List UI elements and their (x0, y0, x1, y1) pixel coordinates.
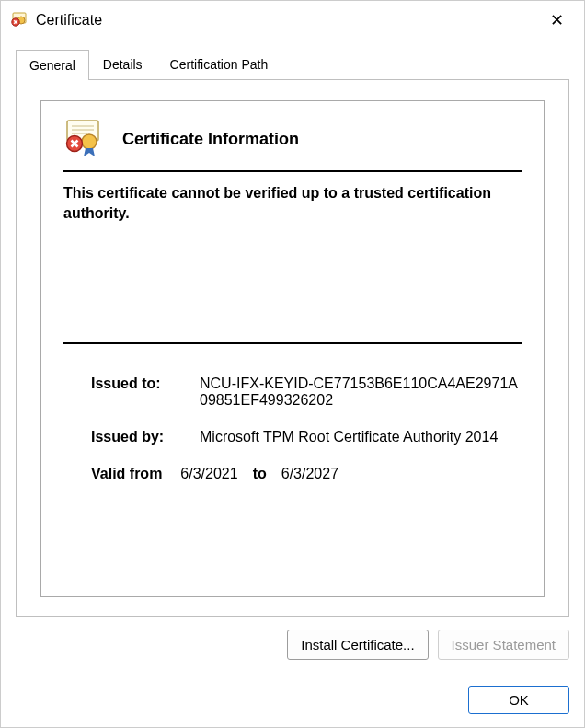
issued-to-row: Issued to: NCU-IFX-KEYID-CE77153B6E110CA… (91, 376, 522, 409)
certificate-error-icon (10, 11, 29, 29)
certificate-ribbon-icon (63, 118, 108, 161)
divider-top (63, 170, 522, 172)
divider-bottom (63, 342, 522, 344)
issuer-statement-button: Issuer Statement (438, 630, 569, 660)
certificate-warning-text: This certificate cannot be verified up t… (63, 183, 522, 223)
close-icon: ✕ (550, 10, 564, 30)
install-certificate-button[interactable]: Install Certificate... (287, 630, 428, 660)
tab-page-general: Certificate Information This certificate… (16, 79, 569, 617)
dialog-footer: OK (1, 673, 584, 727)
valid-to-label: to (253, 466, 267, 482)
valid-from-label: Valid from (91, 466, 162, 482)
issued-to-label: Issued to: (91, 376, 200, 409)
valid-from-date: 6/3/2021 (180, 466, 237, 482)
issued-by-row: Issued by: Microsoft TPM Root Certificat… (91, 429, 522, 445)
valid-to-date: 6/3/2027 (281, 466, 338, 482)
certificate-dialog: Certificate ✕ General Details Certificat… (0, 0, 585, 728)
tab-button-row: Install Certificate... Issuer Statement (16, 630, 569, 660)
issued-by-label: Issued by: (91, 429, 200, 445)
valid-from-row: Valid from 6/3/2021 to 6/3/2027 (91, 466, 522, 482)
tab-certification-path[interactable]: Certification Path (156, 49, 282, 79)
titlebar: Certificate ✕ (1, 1, 584, 40)
window-title: Certificate (36, 12, 538, 29)
tab-general[interactable]: General (16, 50, 89, 80)
certificate-panel: Certificate Information This certificate… (40, 100, 545, 597)
svg-point-9 (82, 134, 97, 149)
certificate-details: Issued to: NCU-IFX-KEYID-CE77153B6E110CA… (63, 363, 522, 503)
client-area: General Details Certification Path (1, 40, 584, 673)
certificate-header: Certificate Information (63, 109, 522, 170)
close-button[interactable]: ✕ (538, 1, 575, 40)
tab-strip: General Details Certification Path (16, 49, 569, 79)
tab-details[interactable]: Details (89, 49, 156, 79)
issued-by-value: Microsoft TPM Root Certificate Authority… (200, 429, 522, 445)
certificate-info-heading: Certificate Information (122, 130, 299, 149)
issued-to-value: NCU-IFX-KEYID-CE77153B6E110CA4AE2971A098… (200, 376, 522, 409)
spacer (63, 232, 522, 342)
ok-button[interactable]: OK (468, 686, 569, 714)
